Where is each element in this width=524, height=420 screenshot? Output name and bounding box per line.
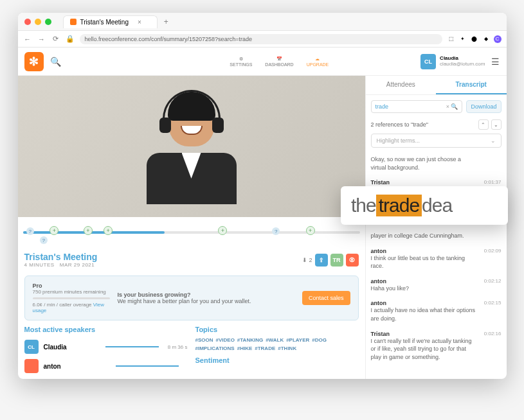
transcript-entry[interactable]: player in college Cade Cunningham. (371, 228, 501, 244)
speaker-row[interactable]: anton (24, 356, 188, 376)
forward-icon[interactable]: → (37, 35, 46, 44)
entry-text: player in college Cade Cunningham. (371, 232, 501, 240)
ext-icon[interactable]: ✦ (459, 35, 467, 43)
url-field[interactable]: hello.freeconference.com/conf/summary/15… (80, 34, 442, 44)
main-panel: ? + + + ? + ? + Tristan's Meeting 4 MINU… (18, 76, 365, 379)
menu-icon[interactable]: ☰ (491, 57, 500, 67)
app-logo-icon[interactable]: ✻ (24, 52, 44, 71)
entry-text: I think our little beat us to the tankin… (371, 254, 501, 270)
usage-bar (33, 297, 110, 299)
plan-remaining: 750 premium minutes remaining (33, 289, 110, 295)
prev-result-icon[interactable]: ⌃ (478, 119, 489, 130)
transcript-entry[interactable]: anton0:02:09I think our little beat us t… (371, 244, 501, 274)
transcript-entry[interactable]: anton0:02:12Haha you like? (371, 274, 501, 297)
transcript-entry[interactable]: anton0:02:15I actually have no idea what… (371, 296, 501, 326)
nav-settings[interactable]: ⚙SETTINGS (230, 57, 252, 67)
ext-icon[interactable]: ⬤ (471, 35, 478, 43)
nav-dashboard[interactable]: 📅DASHBOARD (265, 57, 293, 67)
share-button[interactable]: ⇪ (315, 254, 328, 267)
highlighted-term: trade (376, 195, 422, 216)
reload-icon[interactable]: ⟳ (51, 35, 60, 44)
gear-icon: ⚙ (239, 57, 243, 62)
timeline-add-icon[interactable]: + (306, 226, 315, 235)
topic-tag[interactable]: #HIKE (237, 346, 253, 351)
topic-tag[interactable]: #WALK (266, 337, 284, 343)
entry-timestamp: 0:01:37 (484, 179, 501, 185)
ext-icon[interactable]: ⬚ (447, 35, 455, 43)
entry-timestamp: 0:02:09 (484, 248, 501, 254)
extensions-tray: ⬚ ✦ ⬤ ◆ C (447, 35, 501, 43)
avatar (24, 359, 39, 373)
plan-name: Pro (33, 283, 110, 289)
new-tab-icon[interactable]: + (164, 17, 168, 26)
nav-upgrade[interactable]: ☁UPGRADE (307, 57, 329, 67)
close-window-icon[interactable] (24, 19, 31, 25)
search-icon[interactable]: 🔍 (50, 57, 61, 67)
upgrade-banner: Pro 750 premium minutes remaining 6.0¢ /… (24, 276, 359, 320)
tab-favicon-icon (70, 19, 77, 25)
tr-badge[interactable]: TR (330, 254, 343, 267)
user-menu[interactable]: CL Claudia claudia@iotum.com (420, 54, 485, 69)
entry-text: I can't really tell if we're actually ta… (371, 337, 501, 362)
topic-tag[interactable]: #VIDEO (216, 337, 235, 343)
topic-tag[interactable]: #TRADE (255, 346, 275, 351)
timeline-marker-icon[interactable]: ? (26, 227, 34, 235)
download-transcript-button[interactable]: Download (466, 100, 501, 113)
timeline-add-icon[interactable]: + (218, 226, 227, 235)
tab-attendees[interactable]: Attendees (366, 76, 437, 94)
timeline-progress (23, 231, 165, 234)
maximize-window-icon[interactable] (45, 19, 51, 25)
back-icon[interactable]: ← (23, 35, 32, 44)
download-count[interactable]: ⬇ 2 (302, 257, 312, 263)
transcript-search-input[interactable]: trade × 🔍 (371, 100, 463, 113)
timeline[interactable]: ? + + + ? + ? + (18, 217, 365, 249)
lock-icon: 🔒 (66, 35, 75, 44)
speaker-time: 8 m 36 s (168, 344, 188, 350)
promo-headline: Is your business growing? (118, 292, 294, 298)
entry-timestamp: 0:02:16 (484, 331, 501, 337)
entry-speaker: anton (371, 278, 501, 284)
topic-tag[interactable]: #IMPLICATIONS (195, 346, 235, 351)
ext-icon[interactable]: ◆ (482, 35, 490, 43)
entry-timestamp: 0:02:12 (484, 278, 501, 284)
video-thumbnail[interactable] (18, 76, 365, 217)
topic-tag[interactable]: #DOG (312, 337, 327, 343)
cloud-up-icon: ☁ (315, 57, 320, 62)
speaker-row[interactable]: CLClaudia8 m 36 s (24, 337, 188, 356)
profile-icon[interactable]: C (494, 35, 501, 43)
entry-speaker: anton (371, 248, 501, 254)
topics-heading: Topics (195, 326, 359, 333)
topic-tag[interactable]: #SOON (195, 337, 213, 343)
next-result-icon[interactable]: ⌄ (491, 119, 501, 130)
transcript-entry[interactable]: Okay, so now we can just choose a virtua… (371, 152, 501, 175)
minimize-window-icon[interactable] (35, 19, 41, 25)
entry-speaker: Tristan (371, 331, 501, 337)
topic-tag[interactable]: #THINK (278, 346, 296, 351)
transcript-entry[interactable]: Tristan0:02:16I can't really tell if we'… (371, 327, 501, 365)
record-icon[interactable]: ⦿ (346, 254, 359, 267)
search-result-count: 2 references to "trade" (371, 121, 428, 128)
sentiment-heading: Sentiment (195, 356, 359, 364)
app-header: ✻ 🔍 ⚙SETTINGS 📅DASHBOARD ☁UPGRADE CL Cla… (18, 48, 507, 76)
entry-text: Haha you like? (371, 284, 501, 293)
timeline-marker-icon[interactable]: ? (40, 236, 48, 244)
user-email: claudia@iotum.com (440, 62, 485, 67)
tab-transcript[interactable]: Transcript (436, 76, 507, 94)
avatar: CL (24, 340, 39, 354)
calendar-icon: 📅 (276, 57, 282, 62)
speakers-heading: Most active speakers (24, 326, 188, 333)
browser-tab[interactable]: Tristan's Meeting × (63, 15, 158, 28)
entry-timestamp: 0:02:15 (484, 300, 501, 306)
entry-text: Okay, so now we can just choose a virtua… (371, 155, 501, 171)
highlight-terms-input[interactable]: Highlight terms... ⌄ (371, 134, 501, 148)
promo-sub: We might have a better plan for you and … (118, 298, 294, 304)
timeline-marker-icon[interactable]: ? (272, 227, 280, 235)
timeline-add-icon[interactable]: + (84, 226, 93, 235)
highlight-callout: the trade dea (341, 186, 508, 225)
topic-tag[interactable]: #PLAYER (286, 337, 309, 343)
close-tab-icon[interactable]: × (138, 19, 141, 26)
topic-tag[interactable]: #TANKING (237, 337, 263, 343)
entry-speaker: Tristan (371, 179, 501, 186)
contact-sales-button[interactable]: Contact sales (302, 291, 350, 305)
clear-search-icon[interactable]: × 🔍 (446, 103, 458, 110)
